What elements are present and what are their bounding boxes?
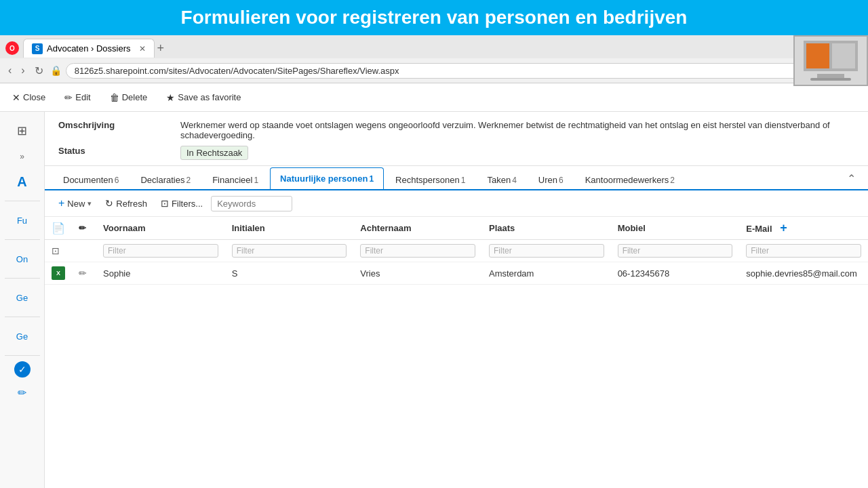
tab-label-natuurlijke-personen: Natuurlijke personen	[280, 174, 368, 184]
edit-icon: ✏	[64, 92, 73, 103]
tab-count-natuurlijke-personen: 1	[369, 174, 374, 184]
filter-mobiel-cell	[611, 240, 740, 262]
filter-achternaam-cell	[353, 240, 482, 262]
filter-achternaam-input[interactable]	[360, 244, 475, 258]
tab-documenten[interactable]: Documenten6	[53, 169, 129, 190]
status-label: Status	[58, 146, 180, 160]
tab-natuurlijke-personen[interactable]: Natuurlijke personen1	[270, 167, 384, 190]
tab-label-taken: Taken	[487, 175, 511, 185]
filter-mobiel-input[interactable]	[618, 244, 733, 258]
address-input[interactable]	[66, 63, 863, 79]
top-banner: Formulieren voor registreren van persone…	[0, 0, 868, 35]
table-row: X ✏ Sophie S Vries Amsterdam 06-12345678…	[45, 262, 868, 285]
list-toolbar: + New ▾ ↻ Refresh ⊡ Filters...	[45, 190, 868, 217]
tab-count-declaraties: 2	[186, 176, 191, 185]
sidebar-grid-icon[interactable]: ⊞	[9, 117, 36, 144]
new-button[interactable]: + New ▾	[53, 195, 97, 212]
tab-financieel[interactable]: Financieel1	[202, 169, 269, 190]
monitor-base	[810, 78, 851, 81]
status-badge: In Rechtszaak	[180, 146, 248, 160]
persons-table: 📄 ✏ Voornaam Initialen Achternaam Plaats…	[45, 217, 868, 285]
sidebar-item-on[interactable]: On	[9, 245, 36, 272]
omschrijving-row: Omschrijving Werknemer werd op staande v…	[58, 117, 854, 143]
th-achternaam: Achternaam	[353, 217, 482, 240]
address-bar: ‹ › ↻ 🔒	[0, 58, 868, 83]
sidebar-checked-icon[interactable]: ✓	[14, 361, 31, 378]
tab-kantoormedewerkers[interactable]: Kantoormedewerkers2	[575, 169, 685, 190]
th-voornaam: Voornaam	[96, 217, 225, 240]
filter-spacer	[72, 240, 96, 262]
table-filter-row: ⊡	[45, 240, 868, 262]
filters-button[interactable]: ⊡ Filters...	[155, 195, 208, 211]
sidebar-item-ge2[interactable]: Ge	[9, 323, 36, 350]
add-column-btn[interactable]: +	[780, 221, 787, 235]
row-voornaam: Sophie	[96, 262, 225, 285]
filter-initialen-input[interactable]	[232, 244, 347, 258]
filter-plaats-cell	[482, 240, 611, 262]
reload-btn[interactable]: ↻	[32, 63, 46, 79]
tab-count-financieel: 1	[254, 176, 258, 185]
doc-header-icon: 📄	[52, 222, 65, 234]
filter-email-input[interactable]	[746, 244, 861, 258]
browser-tabs-bar: O S Advocaten › Dossiers ✕ +	[0, 35, 868, 58]
forward-btn[interactable]: ›	[18, 63, 27, 78]
tab-close-btn[interactable]: ✕	[139, 44, 146, 54]
tabs-collapse-btn[interactable]: ⌃	[843, 168, 860, 189]
delete-icon: 🗑	[110, 92, 119, 103]
new-plus-icon: +	[58, 197, 64, 209]
filter-voornaam-cell	[96, 240, 225, 262]
back-btn[interactable]: ‹	[5, 63, 14, 78]
filter-funnel-cell: ⊡	[45, 240, 72, 262]
tab-taken[interactable]: Taken4	[477, 169, 526, 190]
sidebar-edit-icon[interactable]: ✏	[10, 380, 35, 405]
filters-label: Filters...	[172, 199, 203, 209]
tabs-bar: Documenten6Declaraties2Financieel1Natuur…	[45, 166, 868, 190]
tab-label-uren: Uren	[538, 175, 557, 185]
refresh-icon: ↻	[105, 198, 113, 209]
save-favorite-button[interactable]: ★ Save as favorite	[162, 89, 245, 106]
toolbar: ✕ Close ✏ Edit 🗑 Delete ★ Save as favori…	[0, 83, 868, 112]
close-icon: ✕	[12, 92, 20, 103]
info-section: Omschrijving Werknemer werd op staande v…	[45, 112, 868, 166]
content-area: Omschrijving Werknemer werd op staande v…	[45, 112, 868, 488]
th-edit-icon: ✏	[72, 217, 96, 240]
omschrijving-value: Werknemer werd op staande voet ontslagen…	[180, 120, 854, 140]
tab-count-documenten: 6	[115, 176, 119, 185]
browser-tab[interactable]: S Advocaten › Dossiers ✕	[23, 39, 155, 58]
sidebar-expand-btn[interactable]: »	[16, 150, 29, 163]
tab-label-financieel: Financieel	[212, 175, 252, 185]
tab-label-kantoormedewerkers: Kantoormedewerkers	[585, 175, 669, 185]
filter-voornaam-input[interactable]	[103, 244, 218, 258]
close-button[interactable]: ✕ Close	[8, 89, 50, 106]
edit-button[interactable]: ✏ Edit	[60, 89, 94, 106]
save-label: Save as favorite	[178, 92, 241, 102]
sidebar-item-fu[interactable]: Fu	[9, 207, 36, 234]
monitor-gray-rect	[832, 43, 855, 68]
tab-count-taken: 4	[512, 176, 517, 185]
omschrijving-label: Omschrijving	[58, 120, 180, 140]
lock-icon: 🔒	[50, 65, 62, 76]
keywords-input[interactable]	[211, 196, 292, 211]
row-excel-icon: X	[52, 266, 65, 280]
tab-count-kantoormedewerkers: 2	[670, 176, 675, 185]
new-tab-btn[interactable]: +	[157, 41, 165, 56]
sidebar-letter-a: A	[12, 169, 32, 195]
sidebar-item-ge1[interactable]: Ge	[9, 284, 36, 311]
refresh-button[interactable]: ↻ Refresh	[100, 195, 153, 211]
tab-label: Advocaten › Dossiers	[47, 43, 131, 54]
close-label: Close	[23, 92, 45, 102]
th-plaats: Plaats	[482, 217, 611, 240]
tab-uren[interactable]: Uren6	[528, 169, 574, 190]
delete-button[interactable]: 🗑 Delete	[106, 89, 152, 106]
filter-funnel-icon: ⊡	[52, 245, 60, 256]
tab-rechtspersonen[interactable]: Rechtspersonen1	[385, 169, 475, 190]
new-dropdown-icon[interactable]: ▾	[87, 199, 92, 208]
main-layout: ⊞ » A Fu On Ge Ge ✓ ✏ Omschrijving Werkn…	[0, 112, 868, 488]
filter-plaats-input[interactable]	[489, 244, 604, 258]
table-container: 📄 ✏ Voornaam Initialen Achternaam Plaats…	[45, 217, 868, 488]
tab-declaraties[interactable]: Declaraties2	[130, 169, 201, 190]
row-edit-icon[interactable]: ✏	[79, 268, 87, 279]
monitor-orange-rect	[806, 43, 829, 68]
tab-label-declaraties: Declaraties	[140, 175, 184, 185]
sidebar-divider-4	[5, 317, 40, 317]
